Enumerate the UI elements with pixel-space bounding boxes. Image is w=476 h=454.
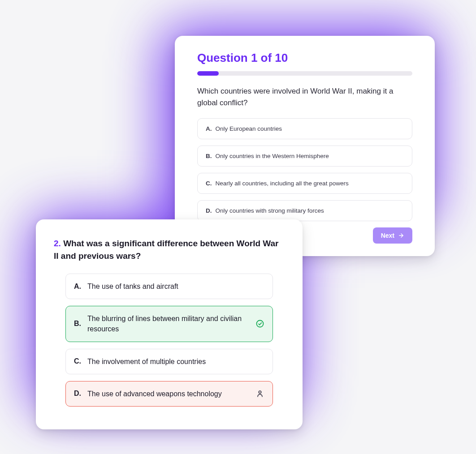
option-text: Only countries with strong military forc… — [216, 207, 324, 214]
option-text: The blurring of lines between military a… — [87, 313, 250, 334]
arrow-right-icon — [398, 232, 404, 239]
answer-option-b[interactable]: B. Only countries in the Western Hemisph… — [197, 146, 412, 167]
option-text: Only countries in the Western Hemisphere — [216, 153, 329, 159]
option-letter: C. — [74, 357, 82, 365]
option-text: The use of tanks and aircraft — [87, 281, 264, 291]
next-button[interactable]: Next — [373, 227, 412, 244]
svg-point-2 — [259, 391, 261, 393]
user-icon — [255, 389, 264, 398]
question-header: 2. What was a significant difference bet… — [54, 237, 285, 262]
option-letter: D. — [206, 207, 212, 214]
quiz-result-card: 2. What was a significant difference bet… — [36, 219, 303, 429]
option-letter: B. — [206, 153, 212, 159]
answer-option-d[interactable]: D. Only countries with strong military f… — [197, 200, 412, 221]
question-counter: Question 1 of 10 — [197, 51, 412, 65]
option-text: The involvement of multiple countries — [87, 356, 264, 367]
progress-fill — [197, 71, 219, 76]
answer-option-b[interactable]: B. The blurring of lines between militar… — [65, 306, 273, 342]
option-letter: B. — [74, 320, 82, 328]
progress-bar — [197, 71, 412, 76]
question-text: What was a significant difference betwee… — [54, 239, 279, 261]
question-number: 2. — [54, 239, 61, 248]
svg-point-1 — [257, 321, 264, 327]
check-circle-icon — [255, 319, 264, 328]
option-letter: A. — [74, 283, 82, 291]
answer-option-a[interactable]: A. The use of tanks and aircraft — [65, 274, 273, 299]
option-letter: C. — [206, 180, 212, 187]
next-button-label: Next — [381, 232, 394, 239]
option-letter: A. — [206, 125, 212, 132]
option-text: Only European countries — [216, 125, 282, 132]
answer-option-c[interactable]: C. The involvement of multiple countries — [65, 349, 273, 374]
question-text: Which countries were involved in World W… — [197, 86, 412, 108]
option-text: Nearly all countries, including all the … — [216, 180, 349, 187]
option-text: The use of advanced weapons technology — [87, 389, 250, 399]
answer-option-c[interactable]: C. Nearly all countries, including all t… — [197, 173, 412, 194]
answer-option-d[interactable]: D. The use of advanced weapons technolog… — [65, 381, 273, 407]
answer-option-a[interactable]: A. Only European countries — [197, 118, 412, 139]
option-letter: D. — [74, 390, 82, 398]
